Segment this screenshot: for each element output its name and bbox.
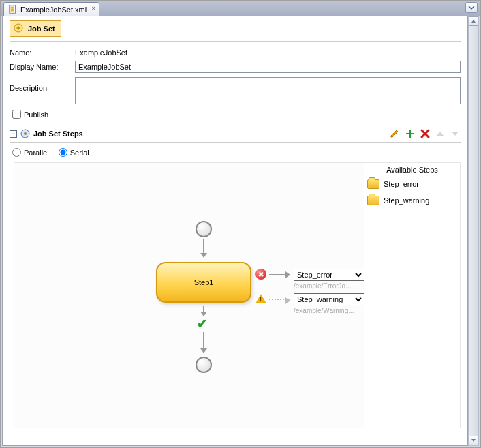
displayname-label: Display Name:: [10, 63, 75, 71]
folder-icon: [367, 179, 379, 189]
tab-filename: ExampleJobSet.xml: [20, 5, 87, 14]
close-icon[interactable]: ×: [90, 5, 97, 12]
svg-rect-2: [11, 8, 14, 10]
check-icon: ✔: [197, 316, 207, 331]
steps-title: Job Set Steps: [33, 130, 390, 138]
move-up-icon[interactable]: [435, 128, 446, 139]
arrow-to-error: [269, 274, 290, 275]
start-node[interactable]: [196, 221, 212, 237]
step-node-label: Step1: [194, 278, 214, 286]
publish-label: Publish: [24, 110, 48, 119]
parallel-radio[interactable]: [12, 148, 21, 157]
move-down-icon[interactable]: [450, 128, 461, 139]
description-label: Description:: [10, 77, 75, 92]
svg-rect-3: [11, 10, 14, 11]
add-icon[interactable]: [405, 128, 416, 139]
delete-icon[interactable]: [420, 128, 431, 139]
tab-overflow-button[interactable]: [465, 2, 478, 13]
available-step-item[interactable]: Step_error: [367, 179, 457, 189]
name-value: ExampleJobSet: [75, 48, 127, 57]
jobset-icon: [13, 23, 24, 35]
diagram-area: Step1 ✔ ✖ Step_error /example/ErrorJo...…: [14, 162, 461, 428]
available-step-label: Step_warning: [384, 196, 429, 205]
jobset-heading-text: Job Set: [28, 25, 55, 33]
collapse-toggle[interactable]: −: [10, 130, 17, 138]
tab-bar: ExampleJobSet.xml ×: [1, 1, 480, 16]
available-steps-panel: Available Steps Step_error Step_warning: [364, 163, 460, 428]
scroll-up-button[interactable]: [469, 16, 478, 26]
displayname-input[interactable]: [75, 61, 461, 73]
scroll-down-button[interactable]: [469, 436, 478, 445]
step-node[interactable]: Step1: [156, 262, 251, 303]
file-tab[interactable]: ExampleJobSet.xml ×: [3, 2, 99, 16]
parallel-radio-label[interactable]: Parallel: [12, 148, 49, 157]
serial-radio-label[interactable]: Serial: [59, 148, 89, 157]
edit-icon[interactable]: [390, 128, 401, 139]
arrow-check-to-end: [203, 332, 204, 353]
name-label: Name:: [10, 48, 75, 57]
error-badge-icon: ✖: [255, 269, 266, 280]
publish-checkbox[interactable]: [12, 110, 21, 119]
error-path-text: /example/ErrorJo...: [294, 282, 351, 290]
jobset-heading: Job Set: [10, 20, 61, 37]
editor-content: Job Set Name: ExampleJobSet Display Name…: [2, 16, 468, 446]
folder-icon: [367, 196, 379, 205]
serial-text: Serial: [70, 149, 89, 157]
warning-step-select[interactable]: Step_warning: [294, 293, 364, 305]
arrow-start-to-step: [203, 239, 204, 257]
warning-badge-icon: [255, 294, 266, 303]
error-step-select[interactable]: Step_error: [294, 269, 364, 281]
xml-file-icon: [8, 5, 18, 14]
arrow-to-warning: [269, 299, 290, 300]
serial-radio[interactable]: [59, 148, 67, 157]
parallel-text: Parallel: [24, 149, 49, 157]
available-steps-title: Available Steps: [367, 166, 457, 174]
available-step-item[interactable]: Step_warning: [367, 196, 457, 205]
flow-canvas[interactable]: Step1 ✔ ✖ Step_error /example/ErrorJo...…: [14, 163, 364, 428]
description-input[interactable]: [75, 77, 461, 104]
available-step-label: Step_error: [384, 180, 419, 188]
svg-rect-1: [11, 6, 14, 8]
steps-icon: [20, 128, 31, 139]
svg-point-6: [24, 132, 27, 135]
end-node[interactable]: [196, 357, 212, 373]
vertical-scrollbar[interactable]: [468, 16, 479, 446]
arrow-step-to-check: [203, 306, 204, 316]
warning-path-text: /example/Warning...: [294, 307, 354, 314]
